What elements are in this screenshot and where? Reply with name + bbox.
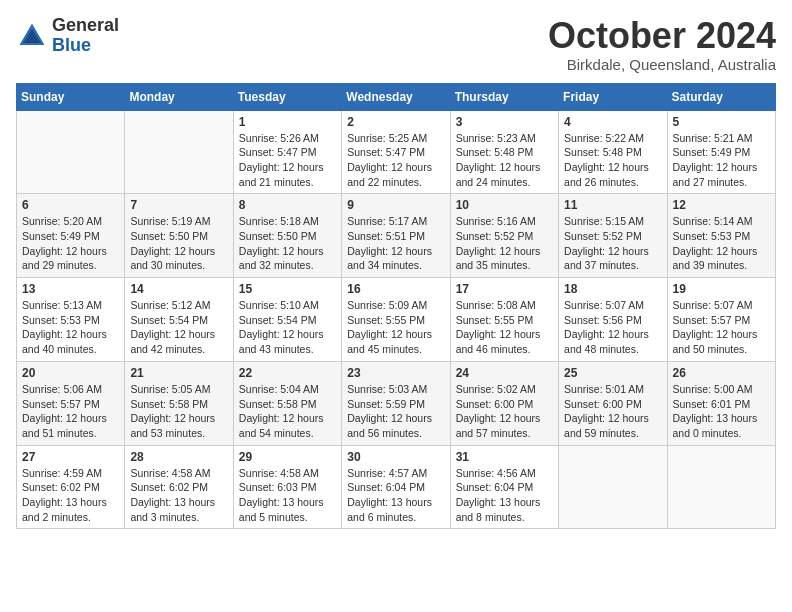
calendar-cell: 3Sunrise: 5:23 AMSunset: 5:48 PMDaylight… <box>450 110 558 194</box>
header-day-friday: Friday <box>559 83 667 110</box>
logo-blue: Blue <box>52 35 91 55</box>
calendar-cell: 23Sunrise: 5:03 AMSunset: 5:59 PMDayligh… <box>342 361 450 445</box>
header-day-monday: Monday <box>125 83 233 110</box>
day-number: 31 <box>456 450 553 464</box>
day-info: Sunrise: 5:14 AMSunset: 5:53 PMDaylight:… <box>673 214 770 273</box>
day-number: 10 <box>456 198 553 212</box>
day-info: Sunrise: 4:57 AMSunset: 6:04 PMDaylight:… <box>347 466 444 525</box>
day-info: Sunrise: 5:18 AMSunset: 5:50 PMDaylight:… <box>239 214 336 273</box>
day-number: 11 <box>564 198 661 212</box>
location: Birkdale, Queensland, Australia <box>548 56 776 73</box>
day-info: Sunrise: 5:07 AMSunset: 5:57 PMDaylight:… <box>673 298 770 357</box>
calendar-cell: 9Sunrise: 5:17 AMSunset: 5:51 PMDaylight… <box>342 194 450 278</box>
day-info: Sunrise: 5:10 AMSunset: 5:54 PMDaylight:… <box>239 298 336 357</box>
calendar-cell: 12Sunrise: 5:14 AMSunset: 5:53 PMDayligh… <box>667 194 775 278</box>
day-number: 18 <box>564 282 661 296</box>
calendar-cell: 10Sunrise: 5:16 AMSunset: 5:52 PMDayligh… <box>450 194 558 278</box>
header-day-wednesday: Wednesday <box>342 83 450 110</box>
day-info: Sunrise: 5:07 AMSunset: 5:56 PMDaylight:… <box>564 298 661 357</box>
calendar-cell: 15Sunrise: 5:10 AMSunset: 5:54 PMDayligh… <box>233 278 341 362</box>
day-number: 1 <box>239 115 336 129</box>
week-row-2: 6Sunrise: 5:20 AMSunset: 5:49 PMDaylight… <box>17 194 776 278</box>
day-info: Sunrise: 5:03 AMSunset: 5:59 PMDaylight:… <box>347 382 444 441</box>
calendar-cell: 20Sunrise: 5:06 AMSunset: 5:57 PMDayligh… <box>17 361 125 445</box>
calendar-cell <box>559 445 667 529</box>
week-row-3: 13Sunrise: 5:13 AMSunset: 5:53 PMDayligh… <box>17 278 776 362</box>
day-info: Sunrise: 5:02 AMSunset: 6:00 PMDaylight:… <box>456 382 553 441</box>
day-number: 22 <box>239 366 336 380</box>
day-info: Sunrise: 5:26 AMSunset: 5:47 PMDaylight:… <box>239 131 336 190</box>
calendar-cell: 24Sunrise: 5:02 AMSunset: 6:00 PMDayligh… <box>450 361 558 445</box>
day-info: Sunrise: 5:08 AMSunset: 5:55 PMDaylight:… <box>456 298 553 357</box>
logo-text: General Blue <box>52 16 119 56</box>
day-number: 20 <box>22 366 119 380</box>
calendar-cell: 29Sunrise: 4:58 AMSunset: 6:03 PMDayligh… <box>233 445 341 529</box>
calendar-cell <box>17 110 125 194</box>
day-info: Sunrise: 4:58 AMSunset: 6:02 PMDaylight:… <box>130 466 227 525</box>
logo-icon <box>16 20 48 52</box>
page-header: General Blue October 2024 Birkdale, Quee… <box>16 16 776 73</box>
calendar-cell: 28Sunrise: 4:58 AMSunset: 6:02 PMDayligh… <box>125 445 233 529</box>
day-number: 27 <box>22 450 119 464</box>
day-number: 2 <box>347 115 444 129</box>
calendar-cell: 25Sunrise: 5:01 AMSunset: 6:00 PMDayligh… <box>559 361 667 445</box>
logo: General Blue <box>16 16 119 56</box>
logo-general: General <box>52 15 119 35</box>
header-day-saturday: Saturday <box>667 83 775 110</box>
calendar-cell: 5Sunrise: 5:21 AMSunset: 5:49 PMDaylight… <box>667 110 775 194</box>
day-number: 17 <box>456 282 553 296</box>
day-info: Sunrise: 4:56 AMSunset: 6:04 PMDaylight:… <box>456 466 553 525</box>
title-block: October 2024 Birkdale, Queensland, Austr… <box>548 16 776 73</box>
day-number: 7 <box>130 198 227 212</box>
day-info: Sunrise: 5:20 AMSunset: 5:49 PMDaylight:… <box>22 214 119 273</box>
header-day-thursday: Thursday <box>450 83 558 110</box>
day-number: 5 <box>673 115 770 129</box>
calendar-body: 1Sunrise: 5:26 AMSunset: 5:47 PMDaylight… <box>17 110 776 529</box>
calendar-cell: 19Sunrise: 5:07 AMSunset: 5:57 PMDayligh… <box>667 278 775 362</box>
day-number: 14 <box>130 282 227 296</box>
day-number: 8 <box>239 198 336 212</box>
day-info: Sunrise: 4:58 AMSunset: 6:03 PMDaylight:… <box>239 466 336 525</box>
day-number: 6 <box>22 198 119 212</box>
day-info: Sunrise: 5:17 AMSunset: 5:51 PMDaylight:… <box>347 214 444 273</box>
header-row: SundayMondayTuesdayWednesdayThursdayFrid… <box>17 83 776 110</box>
day-number: 16 <box>347 282 444 296</box>
month-title: October 2024 <box>548 16 776 56</box>
calendar-cell: 21Sunrise: 5:05 AMSunset: 5:58 PMDayligh… <box>125 361 233 445</box>
day-info: Sunrise: 5:12 AMSunset: 5:54 PMDaylight:… <box>130 298 227 357</box>
day-info: Sunrise: 4:59 AMSunset: 6:02 PMDaylight:… <box>22 466 119 525</box>
day-number: 29 <box>239 450 336 464</box>
day-info: Sunrise: 5:19 AMSunset: 5:50 PMDaylight:… <box>130 214 227 273</box>
calendar-cell <box>667 445 775 529</box>
calendar-cell: 26Sunrise: 5:00 AMSunset: 6:01 PMDayligh… <box>667 361 775 445</box>
day-number: 4 <box>564 115 661 129</box>
day-number: 13 <box>22 282 119 296</box>
day-number: 15 <box>239 282 336 296</box>
day-number: 12 <box>673 198 770 212</box>
calendar-cell: 14Sunrise: 5:12 AMSunset: 5:54 PMDayligh… <box>125 278 233 362</box>
day-info: Sunrise: 5:21 AMSunset: 5:49 PMDaylight:… <box>673 131 770 190</box>
calendar-cell: 4Sunrise: 5:22 AMSunset: 5:48 PMDaylight… <box>559 110 667 194</box>
calendar-cell: 16Sunrise: 5:09 AMSunset: 5:55 PMDayligh… <box>342 278 450 362</box>
day-number: 19 <box>673 282 770 296</box>
day-info: Sunrise: 5:06 AMSunset: 5:57 PMDaylight:… <box>22 382 119 441</box>
header-day-sunday: Sunday <box>17 83 125 110</box>
calendar-cell: 7Sunrise: 5:19 AMSunset: 5:50 PMDaylight… <box>125 194 233 278</box>
week-row-4: 20Sunrise: 5:06 AMSunset: 5:57 PMDayligh… <box>17 361 776 445</box>
day-number: 25 <box>564 366 661 380</box>
day-number: 23 <box>347 366 444 380</box>
day-info: Sunrise: 5:00 AMSunset: 6:01 PMDaylight:… <box>673 382 770 441</box>
day-info: Sunrise: 5:25 AMSunset: 5:47 PMDaylight:… <box>347 131 444 190</box>
calendar-cell: 6Sunrise: 5:20 AMSunset: 5:49 PMDaylight… <box>17 194 125 278</box>
calendar-cell: 31Sunrise: 4:56 AMSunset: 6:04 PMDayligh… <box>450 445 558 529</box>
day-number: 24 <box>456 366 553 380</box>
day-number: 28 <box>130 450 227 464</box>
calendar-cell: 2Sunrise: 5:25 AMSunset: 5:47 PMDaylight… <box>342 110 450 194</box>
week-row-5: 27Sunrise: 4:59 AMSunset: 6:02 PMDayligh… <box>17 445 776 529</box>
calendar-cell: 18Sunrise: 5:07 AMSunset: 5:56 PMDayligh… <box>559 278 667 362</box>
calendar-cell: 17Sunrise: 5:08 AMSunset: 5:55 PMDayligh… <box>450 278 558 362</box>
calendar-cell: 11Sunrise: 5:15 AMSunset: 5:52 PMDayligh… <box>559 194 667 278</box>
day-info: Sunrise: 5:01 AMSunset: 6:00 PMDaylight:… <box>564 382 661 441</box>
calendar-cell: 27Sunrise: 4:59 AMSunset: 6:02 PMDayligh… <box>17 445 125 529</box>
calendar-cell: 13Sunrise: 5:13 AMSunset: 5:53 PMDayligh… <box>17 278 125 362</box>
